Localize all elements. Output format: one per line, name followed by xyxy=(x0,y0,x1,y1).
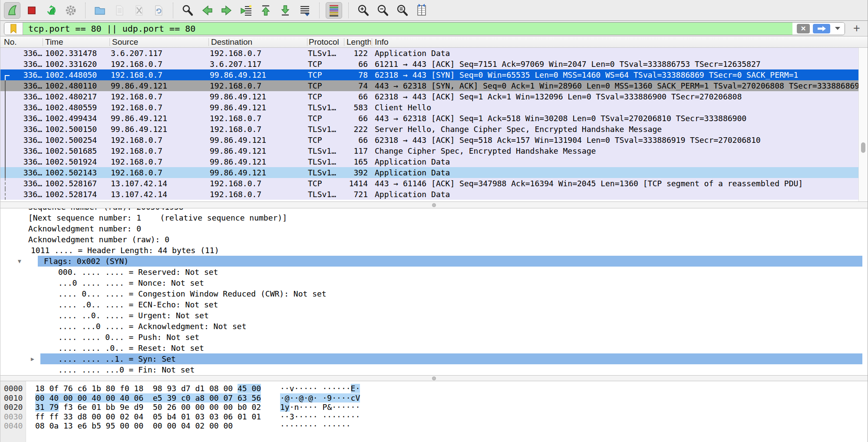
detail-tree-row[interactable]: 000. .... .... = Reserved: Not set xyxy=(0,267,868,277)
detail-tree-row[interactable]: .... ...0 .... = Acknowledgment: Not set xyxy=(0,321,868,332)
go-forward-button[interactable] xyxy=(218,2,235,19)
packet-time: 1002.448050 xyxy=(42,70,107,79)
column-separator[interactable] xyxy=(372,38,372,46)
packet-row[interactable]: 336…1002.501924192.168.0.799.86.49.121TL… xyxy=(0,156,858,167)
capture-stop-button[interactable] xyxy=(23,2,40,19)
packet-row[interactable]: 336…1002.49943499.86.49.121192.168.0.7TC… xyxy=(0,113,858,124)
filter-apply-button[interactable] xyxy=(813,24,830,33)
find-packet-button[interactable] xyxy=(179,2,196,19)
file-close-icon xyxy=(132,4,145,17)
expand-open-icon[interactable]: ▼ xyxy=(18,256,21,267)
column-header-time[interactable]: Time xyxy=(45,37,106,47)
packet-number: 336… xyxy=(12,59,42,69)
packet-row[interactable]: 336…1002.52816713.107.42.14192.168.0.7TC… xyxy=(0,178,858,189)
go-to-top-button[interactable] xyxy=(257,2,274,19)
column-header-destination[interactable]: Destination xyxy=(211,37,303,47)
toolbar-separator xyxy=(319,3,320,18)
zoom-out-button[interactable] xyxy=(374,2,391,19)
file-save-button[interactable] xyxy=(111,2,128,19)
column-header-length[interactable]: Length xyxy=(347,37,371,47)
main-toolbar xyxy=(0,0,868,21)
detail-tree-row[interactable]: .... ..0. .... = Urgent: Not set xyxy=(0,310,868,321)
filter-controls: ✕ xyxy=(792,23,845,35)
hex-row[interactable]: 004008 0a 13 e6 b5 95 00 00 00 00 04 02 … xyxy=(0,421,868,431)
detail-tree-row[interactable]: Acknowledgment number (raw): 0 xyxy=(0,234,868,245)
column-separator[interactable] xyxy=(109,38,110,46)
detail-tree-row[interactable]: Acknowledgment number: 0 xyxy=(0,223,868,234)
detail-tree-row[interactable]: .... .0.. .... = ECN-Echo: Not set xyxy=(0,299,868,310)
auto-scroll-button[interactable] xyxy=(297,2,313,19)
packet-number: 336… xyxy=(12,125,42,134)
detail-tree-row[interactable]: [Next sequence number: 1 (relative seque… xyxy=(0,212,868,223)
column-separator[interactable] xyxy=(208,38,209,46)
packet-row[interactable]: 336…1002.500254192.168.0.799.86.49.121TC… xyxy=(0,135,858,145)
detail-tree-row[interactable]: .... .... 0... = Push: Not set xyxy=(0,332,868,343)
capture-restart-button[interactable] xyxy=(43,2,59,19)
packet-number: 336… xyxy=(12,70,42,79)
file-open-button[interactable] xyxy=(92,2,108,19)
packet-number: 336… xyxy=(12,135,42,145)
colorize-icon xyxy=(327,4,340,17)
packet-row[interactable]: 336…1002.448050192.168.0.799.86.49.121TC… xyxy=(0,69,858,80)
packet-protocol: TCP xyxy=(304,179,339,188)
hex-row[interactable]: 000018 0f 76 c6 1b 80 f0 18 98 93 d7 d1 … xyxy=(0,384,868,393)
hex-row[interactable]: 001000 40 00 00 40 00 40 06 e5 39 c0 a8 … xyxy=(0,393,868,403)
packet-time: 1002.480217 xyxy=(42,92,107,101)
hex-row[interactable]: 002031 79 f3 6e 01 bb 9e d9 50 26 00 00 … xyxy=(0,402,868,412)
zoom-in-button[interactable] xyxy=(355,2,371,19)
go-back-button[interactable] xyxy=(199,2,215,19)
filter-clear-button[interactable]: ✕ xyxy=(797,24,810,33)
packet-row[interactable]: 336…1002.48011099.86.49.121192.168.0.7TC… xyxy=(0,80,858,91)
packet-row[interactable]: 336…1002.501685192.168.0.799.86.49.121TL… xyxy=(0,145,858,156)
go-to-packet-button[interactable] xyxy=(238,2,254,19)
zoom-reset-button[interactable] xyxy=(394,2,410,19)
capture-start-button[interactable] xyxy=(4,2,20,19)
detail-tree-row[interactable]: 1011 .... = Header Length: 44 bytes (11) xyxy=(0,245,868,256)
detail-tree-row[interactable]: ▶.... .... ..1. = Syn: Set xyxy=(0,353,868,364)
details-bytes-splitter[interactable] xyxy=(0,375,868,381)
filter-bookmark-button[interactable] xyxy=(4,23,23,35)
go-to-bottom-button[interactable] xyxy=(277,2,294,19)
column-header-no[interactable]: No. xyxy=(4,37,40,47)
packet-list-scrollbar[interactable] xyxy=(858,48,868,201)
conversation-gutter xyxy=(0,59,12,69)
display-filter-input[interactable]: tcp.port == 80 || udp.port == 80 ✕ xyxy=(4,22,845,35)
column-separator[interactable] xyxy=(307,38,307,46)
hex-row[interactable]: 0030ff ff 33 d8 00 00 02 04 05 b4 01 03 … xyxy=(0,412,868,422)
colorize-button[interactable] xyxy=(326,2,342,19)
packet-row[interactable]: 336…1002.480559192.168.0.799.86.49.121TL… xyxy=(0,102,858,113)
detail-tree-row[interactable]: Sequence number (raw): 2005041958 xyxy=(0,208,868,212)
packet-row[interactable]: 336…1002.52817413.107.42.14192.168.0.7TL… xyxy=(0,189,858,200)
capture-options-button[interactable] xyxy=(63,2,79,19)
column-separator[interactable] xyxy=(43,38,43,46)
column-header-info[interactable]: Info xyxy=(375,37,505,47)
detail-tree-row[interactable]: ▼Flags: 0x002 (SYN) xyxy=(0,256,868,267)
packet-protocol: TLSv1… xyxy=(304,49,339,58)
packet-time: 1002.528174 xyxy=(42,190,107,199)
expand-closed-icon[interactable]: ▶ xyxy=(31,353,34,364)
column-separator[interactable] xyxy=(344,38,344,46)
column-header-source[interactable]: Source xyxy=(112,37,205,47)
list-details-splitter[interactable] xyxy=(0,201,868,208)
packet-time: 1002.480559 xyxy=(42,103,107,112)
add-filter-button[interactable]: + xyxy=(849,22,864,35)
apply-arrow-icon xyxy=(817,26,826,32)
packet-row[interactable]: 336…1002.50015099.86.49.121192.168.0.7TL… xyxy=(0,124,858,135)
packet-row[interactable]: 336…1002.480217192.168.0.799.86.49.121TC… xyxy=(0,91,858,102)
detail-tree-row[interactable]: .... .... .0.. = Reset: Not set xyxy=(0,343,868,353)
packet-row[interactable]: 336…1002.3314783.6.207.117192.168.0.7TLS… xyxy=(0,48,858,59)
column-header-protocol[interactable]: Protocol xyxy=(309,37,342,47)
filter-text[interactable]: tcp.port == 80 || udp.port == 80 xyxy=(23,23,792,35)
reload-button[interactable] xyxy=(150,2,167,19)
detail-tree-row[interactable]: .... .... ...0 = Fin: Not set xyxy=(0,364,868,375)
packet-source: 192.168.0.7 xyxy=(107,135,206,145)
detail-tree-row[interactable]: ...0 .... .... = Nonce: Not set xyxy=(0,277,868,288)
packet-source: 99.86.49.121 xyxy=(107,114,206,123)
packet-row[interactable]: 336…1002.331620192.168.0.73.6.207.117TCP… xyxy=(0,59,858,69)
scrollbar-thumb[interactable] xyxy=(861,142,865,153)
detail-tree-row[interactable]: .... 0... .... = Congestion Window Reduc… xyxy=(0,288,868,299)
packet-row[interactable]: 336…1002.502143192.168.0.799.86.49.121TL… xyxy=(0,167,858,178)
file-close-button[interactable] xyxy=(131,2,147,19)
resize-columns-button[interactable] xyxy=(413,2,430,19)
filter-history-caret[interactable] xyxy=(835,27,840,30)
